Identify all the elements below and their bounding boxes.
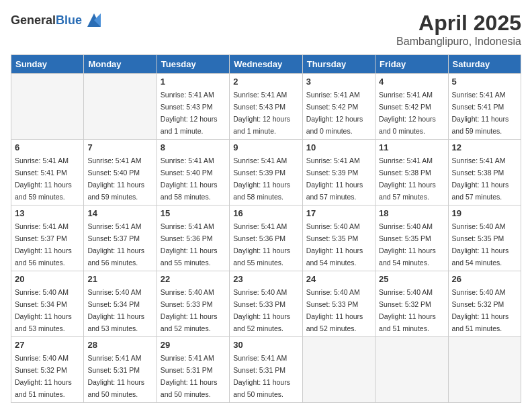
day-number: 2 [233, 77, 298, 87]
day-cell: 28Sunrise: 5:41 AM Sunset: 5:31 PM Dayli… [84, 337, 157, 403]
weekday-header-tuesday: Tuesday [157, 55, 229, 74]
day-detail: Sunrise: 5:40 AM Sunset: 5:34 PM Dayligh… [87, 288, 144, 332]
weekday-header-wednesday: Wednesday [230, 55, 302, 74]
day-number: 25 [379, 274, 444, 284]
day-detail: Sunrise: 5:41 AM Sunset: 5:42 PM Dayligh… [306, 91, 363, 135]
day-number: 19 [452, 208, 517, 218]
day-cell: 30Sunrise: 5:41 AM Sunset: 5:31 PM Dayli… [230, 337, 302, 403]
day-cell [375, 337, 448, 403]
day-number: 30 [233, 340, 298, 350]
day-cell: 1Sunrise: 5:41 AM Sunset: 5:43 PM Daylig… [157, 74, 229, 140]
day-detail: Sunrise: 5:41 AM Sunset: 5:31 PM Dayligh… [233, 354, 290, 398]
day-number: 28 [87, 340, 152, 350]
day-number: 24 [306, 274, 371, 284]
day-detail: Sunrise: 5:41 AM Sunset: 5:31 PM Dayligh… [161, 354, 218, 398]
day-cell: 5Sunrise: 5:41 AM Sunset: 5:41 PM Daylig… [448, 74, 521, 140]
logo-blue-text: Blue [56, 13, 82, 27]
day-detail: Sunrise: 5:40 AM Sunset: 5:35 PM Dayligh… [306, 222, 363, 267]
day-detail: Sunrise: 5:41 AM Sunset: 5:37 PM Dayligh… [87, 222, 144, 267]
calendar-table: SundayMondayTuesdayWednesdayThursdayFrid… [11, 54, 521, 403]
day-number: 14 [87, 208, 152, 218]
day-number: 16 [233, 208, 298, 218]
day-detail: Sunrise: 5:40 AM Sunset: 5:33 PM Dayligh… [306, 288, 363, 332]
logo-general-text: General [11, 13, 56, 27]
day-number: 13 [15, 208, 80, 218]
day-number: 23 [233, 274, 298, 284]
day-number: 7 [87, 142, 152, 152]
day-number: 22 [161, 274, 226, 284]
day-number: 5 [452, 77, 517, 87]
day-cell: 24Sunrise: 5:40 AM Sunset: 5:33 PM Dayli… [302, 271, 375, 337]
day-cell [84, 74, 157, 140]
day-cell: 21Sunrise: 5:40 AM Sunset: 5:34 PM Dayli… [84, 271, 157, 337]
day-number: 3 [306, 77, 371, 87]
week-row-3: 13Sunrise: 5:41 AM Sunset: 5:37 PM Dayli… [11, 205, 521, 271]
day-detail: Sunrise: 5:41 AM Sunset: 5:39 PM Dayligh… [306, 156, 363, 201]
day-cell: 6Sunrise: 5:41 AM Sunset: 5:41 PM Daylig… [11, 140, 84, 205]
week-row-5: 27Sunrise: 5:40 AM Sunset: 5:32 PM Dayli… [11, 337, 521, 403]
week-row-2: 6Sunrise: 5:41 AM Sunset: 5:41 PM Daylig… [11, 140, 521, 205]
day-detail: Sunrise: 5:41 AM Sunset: 5:43 PM Dayligh… [233, 91, 290, 135]
day-cell: 17Sunrise: 5:40 AM Sunset: 5:35 PM Dayli… [302, 205, 375, 271]
day-number: 11 [379, 142, 444, 152]
day-detail: Sunrise: 5:41 AM Sunset: 5:36 PM Dayligh… [233, 222, 290, 267]
day-detail: Sunrise: 5:40 AM Sunset: 5:35 PM Dayligh… [452, 222, 509, 267]
day-cell: 27Sunrise: 5:40 AM Sunset: 5:32 PM Dayli… [11, 337, 84, 403]
day-detail: Sunrise: 5:41 AM Sunset: 5:43 PM Dayligh… [161, 91, 218, 135]
day-cell: 14Sunrise: 5:41 AM Sunset: 5:37 PM Dayli… [84, 205, 157, 271]
day-cell: 4Sunrise: 5:41 AM Sunset: 5:42 PM Daylig… [375, 74, 448, 140]
day-detail: Sunrise: 5:40 AM Sunset: 5:32 PM Dayligh… [379, 288, 436, 332]
day-detail: Sunrise: 5:40 AM Sunset: 5:35 PM Dayligh… [379, 222, 436, 267]
day-cell: 15Sunrise: 5:41 AM Sunset: 5:36 PM Dayli… [157, 205, 229, 271]
day-detail: Sunrise: 5:41 AM Sunset: 5:42 PM Dayligh… [379, 91, 436, 135]
weekday-header-sunday: Sunday [11, 55, 84, 74]
day-cell: 13Sunrise: 5:41 AM Sunset: 5:37 PM Dayli… [11, 205, 84, 271]
weekday-header-row: SundayMondayTuesdayWednesdayThursdayFrid… [11, 55, 521, 74]
day-cell: 26Sunrise: 5:40 AM Sunset: 5:32 PM Dayli… [448, 271, 521, 337]
day-cell: 18Sunrise: 5:40 AM Sunset: 5:35 PM Dayli… [375, 205, 448, 271]
day-number: 8 [161, 142, 226, 152]
day-number: 10 [306, 142, 371, 152]
day-detail: Sunrise: 5:41 AM Sunset: 5:41 PM Dayligh… [15, 156, 72, 201]
day-detail: Sunrise: 5:41 AM Sunset: 5:37 PM Dayligh… [15, 222, 72, 267]
day-number: 29 [161, 340, 226, 350]
day-cell: 8Sunrise: 5:41 AM Sunset: 5:40 PM Daylig… [157, 140, 229, 205]
day-number: 18 [379, 208, 444, 218]
day-number: 4 [379, 77, 444, 87]
day-number: 20 [15, 274, 80, 284]
day-detail: Sunrise: 5:41 AM Sunset: 5:40 PM Dayligh… [161, 156, 218, 201]
day-number: 15 [161, 208, 226, 218]
day-number: 6 [15, 142, 80, 152]
day-cell: 12Sunrise: 5:41 AM Sunset: 5:38 PM Dayli… [448, 140, 521, 205]
day-cell: 9Sunrise: 5:41 AM Sunset: 5:39 PM Daylig… [230, 140, 302, 205]
header: GeneralBlue April 2025 Bambanglipuro, In… [11, 11, 521, 48]
day-detail: Sunrise: 5:41 AM Sunset: 5:36 PM Dayligh… [161, 222, 218, 267]
day-detail: Sunrise: 5:40 AM Sunset: 5:32 PM Dayligh… [452, 288, 509, 332]
day-cell: 25Sunrise: 5:40 AM Sunset: 5:32 PM Dayli… [375, 271, 448, 337]
day-detail: Sunrise: 5:41 AM Sunset: 5:38 PM Dayligh… [452, 156, 509, 201]
day-cell: 16Sunrise: 5:41 AM Sunset: 5:36 PM Dayli… [230, 205, 302, 271]
weekday-header-friday: Friday [375, 55, 448, 74]
day-cell: 29Sunrise: 5:41 AM Sunset: 5:31 PM Dayli… [157, 337, 229, 403]
weekday-header-monday: Monday [84, 55, 157, 74]
week-row-4: 20Sunrise: 5:40 AM Sunset: 5:34 PM Dayli… [11, 271, 521, 337]
day-detail: Sunrise: 5:40 AM Sunset: 5:32 PM Dayligh… [15, 354, 72, 398]
logo: GeneralBlue [11, 11, 103, 30]
day-detail: Sunrise: 5:40 AM Sunset: 5:33 PM Dayligh… [161, 288, 218, 332]
day-cell: 23Sunrise: 5:40 AM Sunset: 5:33 PM Dayli… [230, 271, 302, 337]
calendar-body: 1Sunrise: 5:41 AM Sunset: 5:43 PM Daylig… [11, 74, 521, 403]
weekday-header-saturday: Saturday [448, 55, 521, 74]
day-number: 9 [233, 142, 298, 152]
day-cell: 19Sunrise: 5:40 AM Sunset: 5:35 PM Dayli… [448, 205, 521, 271]
day-cell [302, 337, 375, 403]
day-detail: Sunrise: 5:40 AM Sunset: 5:34 PM Dayligh… [15, 288, 72, 332]
title-area: April 2025 Bambanglipuro, Indonesia [396, 11, 521, 48]
day-cell: 3Sunrise: 5:41 AM Sunset: 5:42 PM Daylig… [302, 74, 375, 140]
day-number: 21 [87, 274, 152, 284]
day-number: 26 [452, 274, 517, 284]
month-title: April 2025 [396, 11, 521, 36]
logo-icon [85, 11, 103, 30]
day-cell: 20Sunrise: 5:40 AM Sunset: 5:34 PM Dayli… [11, 271, 84, 337]
calendar-header: SundayMondayTuesdayWednesdayThursdayFrid… [11, 55, 521, 74]
day-cell: 22Sunrise: 5:40 AM Sunset: 5:33 PM Dayli… [157, 271, 229, 337]
